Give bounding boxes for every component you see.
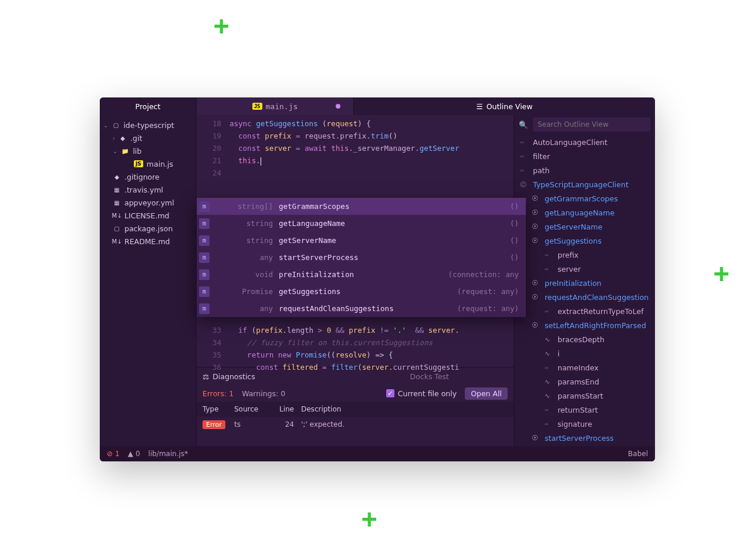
tree-root[interactable]: ⌄ ▢ ide-typescript [100,119,196,131]
symbol-pulse-icon: ∿ [545,392,553,400]
tree-root-label: ide-typescript [123,121,174,130]
outline-item[interactable]: ⎓server [514,262,655,276]
statusbar-errors[interactable]: ⊘ 1 [107,450,120,458]
outline-item[interactable]: ⎓filter [514,149,655,163]
outline-item[interactable]: ⎓nameIndex [514,360,655,375]
open-all-button[interactable]: Open All [465,387,508,400]
symbol-var-icon: ⎓ [520,153,528,160]
outline-label: getSuggestions [545,237,602,245]
outline-item[interactable]: ⦿startServerProcess [514,431,655,445]
symbol-method-icon: ⦿ [532,195,540,203]
file-icon: ▦ [113,185,121,194]
outline-item[interactable]: ⒸTypeScriptLanguageClient [514,177,655,191]
symbol-var-icon: ⎓ [545,364,553,372]
autocomplete-item[interactable]: mPromisegetSuggestions(request: any) [197,283,526,300]
outline-item[interactable]: ⎓signature [514,417,655,431]
suggestion-name: preInitialization [279,270,448,279]
suggestion-type: any [213,253,279,262]
error-badge: Error [202,420,225,429]
outline-item[interactable]: ⦿getLanguageName [514,205,655,220]
outline-label: i [558,349,559,358]
outline-label: path [533,166,549,175]
list-icon: ☰ [476,102,482,111]
outline-item[interactable]: ∿bracesDepth [514,332,655,346]
tree-item[interactable]: ›◆.git [100,131,196,144]
diagnostics-row[interactable]: Error ts 24 ';' expected. [197,417,514,432]
outline-item[interactable]: ∿i [514,346,655,360]
tree-item[interactable]: ▦appveyor.yml [100,196,196,209]
autocomplete-item[interactable]: manystartServerProcess() [197,249,526,266]
outline-item[interactable]: ⎓extractReturnTypeToLef [514,304,655,318]
autocomplete-item[interactable]: mstring[]getGrammarScopes() [197,198,526,215]
warning-count: Warnings: 0 [242,389,285,398]
tree-item[interactable]: M↓LICENSE.md [100,209,196,222]
outline-item[interactable]: ⎓returnStart [514,403,655,417]
editor-tab[interactable]: JS main.js [197,97,354,115]
editor-pane[interactable]: 1819202124 async getSuggestions (request… [197,115,514,446]
tab-label: main.js [266,102,298,111]
outline-item[interactable]: ⦿requestAndCleanSuggestion [514,290,655,304]
file-icon: ◆ [113,173,121,181]
tree-item[interactable]: JSmain.js [100,157,196,170]
outline-item[interactable]: ⦿getServerName [514,220,655,234]
autocomplete-item[interactable]: mvoidpreInitialization(connection: any [197,266,526,283]
outline-item[interactable]: ⎓path [514,163,655,177]
file-icon: ▢ [113,224,121,232]
outline-label: server [558,265,581,274]
current-file-checkbox[interactable]: ✓ Current file only [386,389,457,398]
code-content[interactable]: if (prefix.length > 0 && prefix != '.' &… [229,322,514,373]
tree-item-label: LICENSE.md [124,211,170,220]
suggestion-signature: (request: any) [457,287,521,296]
statusbar-file[interactable]: lib/main.js* [148,450,188,458]
member-icon: m [199,303,210,314]
autocomplete-item[interactable]: mstringgetServerName() [197,232,526,249]
statusbar-warnings[interactable]: ▲ 0 [128,450,140,458]
statusbar-language[interactable]: Babel [628,450,648,458]
outline-panel-title: ☰ Outline View [354,97,655,115]
error-count: Errors: 1 [202,389,234,398]
suggestion-type: string [213,219,279,228]
top-bar: Project JS main.js ☰ Outline View [100,97,655,115]
tree-item-label: appveyor.yml [124,198,174,207]
tree-item[interactable]: ⌄📁lib [100,144,196,157]
suggestion-signature: () [510,219,521,228]
outline-item[interactable]: ⎓prefix [514,248,655,262]
file-icon: ▦ [113,198,121,207]
status-bar: ⊘ 1 ▲ 0 lib/main.js* Babel [100,446,655,461]
symbol-pulse-icon: ∿ [545,378,553,386]
tree-item[interactable]: ▦.travis.yml [100,183,196,196]
outline-label: filter [533,152,550,161]
outline-item[interactable]: ⦿setLeftAndRightFromParsed [514,318,655,332]
autocomplete-item[interactable]: mstringgetLanguageName() [197,215,526,232]
symbol-method-icon: ⦿ [532,209,540,217]
outline-item[interactable]: ∿paramsEnd [514,375,655,389]
outline-item[interactable]: ⦿getSuggestions [514,234,655,248]
autocomplete-item[interactable]: manyrequestAndCleanSuggestions(request: … [197,300,526,317]
outline-label: requestAndCleanSuggestion [545,293,649,302]
outline-panel: 🔍 ⎓AutoLanguageClient⎓filter⎓pathⒸTypeSc… [514,115,655,446]
repo-icon: ▢ [112,121,120,129]
file-icon: M↓ [113,237,121,245]
line-gutter: 33343536 [197,322,229,373]
outline-item[interactable]: ∿paramsStart [514,389,655,403]
editor-window: Project JS main.js ☰ Outline View ⌄ ▢ id… [100,97,655,461]
outline-label: getGrammarScopes [545,194,618,203]
outline-item[interactable]: ⦿getGrammarScopes [514,191,655,205]
outline-item[interactable]: ⦿preInitialization [514,276,655,290]
symbol-pulse-icon: ∿ [545,336,553,343]
outline-label: prefix [558,251,579,259]
tree-item[interactable]: ◆.gitignore [100,170,196,183]
decoration-plus-icon: + [214,13,229,39]
symbol-var-icon: ⎓ [545,420,553,428]
outline-search-input[interactable] [533,117,650,131]
tree-item[interactable]: ▢package.json [100,222,196,235]
warning-icon: ▲ [128,450,133,458]
project-panel-title: Project [100,97,197,115]
member-icon: m [199,218,210,229]
outline-label: extractReturnTypeToLef [558,307,644,316]
outline-item[interactable]: ⎓AutoLanguageClient [514,135,655,149]
suggestion-type: string [213,236,279,245]
tree-item[interactable]: M↓README.md [100,235,196,248]
suggestion-name: startServerProcess [279,253,510,262]
outline-label: preInitialization [545,279,602,288]
